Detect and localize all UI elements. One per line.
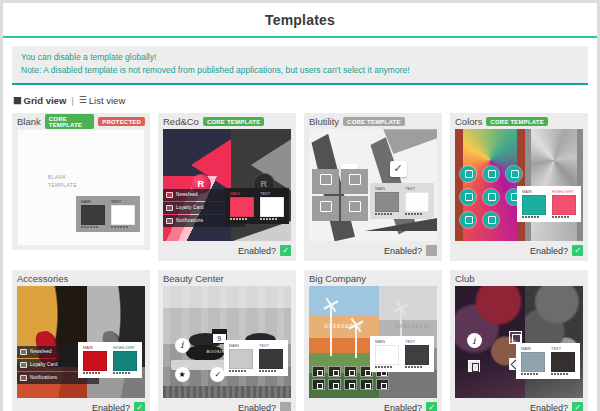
- color-swatch-text: [405, 345, 429, 365]
- swatch-panel: MAIN TEXT: [370, 336, 434, 373]
- tile-grid: [312, 169, 368, 221]
- swatch-label: TEXT: [405, 186, 429, 191]
- color-swatch-text: [260, 197, 284, 217]
- tile-catalog: [341, 196, 368, 221]
- tile-icon: [360, 379, 373, 390]
- swatch-label: HIGHLIGHT: [552, 189, 576, 194]
- template-thumbnail[interactable]: i 9 BOOKING ★ ✓ MAIN TEXT: [163, 286, 291, 398]
- enabled-label: Enabled?: [92, 403, 130, 411]
- color-swatch-main: [229, 349, 253, 369]
- core-template-badge: CORE TEMPLATE: [486, 117, 548, 126]
- enabled-label: Enabled?: [530, 246, 568, 256]
- template-card-big-company: Big Company GREENERGY GREENERGY: [304, 270, 442, 411]
- swatch-hex: [260, 218, 277, 220]
- color-swatch-highlight: [113, 351, 137, 371]
- menu-label: Notifications: [176, 218, 203, 223]
- template-thumbnail[interactable]: MAIN HIGHLIGHT: [455, 129, 583, 241]
- enabled-label: Enabled?: [238, 403, 276, 411]
- swatch-label: TEXT: [551, 346, 575, 351]
- swatch-label: MAIN: [81, 199, 105, 204]
- wind-turbine-shape: [355, 324, 357, 358]
- swatch-label: TEXT: [405, 339, 429, 344]
- swatch-hex: [551, 373, 568, 375]
- swatch-label: TEXT: [111, 199, 135, 204]
- color-swatch-main: [230, 197, 254, 217]
- loyalty-card-icon: [166, 205, 173, 211]
- template-thumbnail[interactable]: R R Newsfeed Loyalty Card Notifications …: [163, 129, 291, 241]
- swatch-label: TEXT: [260, 191, 284, 196]
- template-card-beauty-center: Beauty Center i 9 BOOKING ★ ✓ MAIN: [158, 270, 296, 411]
- tile-icon: [328, 379, 341, 390]
- swatch-label: HIGHLIGHT: [113, 345, 137, 350]
- grid-view-button[interactable]: ▦ Grid view: [13, 95, 66, 106]
- swatch-hex: [259, 370, 276, 372]
- core-template-badge: CORE TEMPLATE: [45, 114, 94, 129]
- template-name: Red&Co: [163, 116, 199, 127]
- color-swatch-main: [375, 345, 399, 365]
- star-icon: ★: [175, 367, 190, 382]
- color-swatch-text: [259, 349, 283, 369]
- swatch-label: MAIN: [230, 191, 254, 196]
- swatch-panel: MAIN TEXT: [370, 183, 434, 220]
- template-thumbnail[interactable]: GREENERGY GREENERGY: [309, 286, 437, 398]
- list-view-icon: ☰: [79, 96, 87, 105]
- swatch-highlight: HIGHLIGHT: [552, 189, 576, 219]
- core-template-badge: CORE TEMPLATE: [203, 117, 265, 126]
- check-icon: ✓: [136, 404, 143, 411]
- list-view-button[interactable]: ☰ List view: [79, 95, 126, 106]
- notifications-icon: [166, 218, 173, 224]
- enabled-checkbox[interactable]: ✓: [280, 245, 291, 256]
- menu-label: Notifications: [30, 375, 57, 380]
- enabled-checkbox[interactable]: ✓: [572, 245, 583, 256]
- swatch-label: MAIN: [83, 345, 107, 350]
- swatch-main: MAIN: [229, 343, 253, 373]
- info-icon: i: [175, 338, 190, 353]
- check-logo: ✓: [390, 161, 407, 177]
- enabled-checkbox[interactable]: ✓: [280, 402, 291, 411]
- template-thumbnail[interactable]: Newsfeed Loyalty Card Notifications MAIN…: [17, 286, 145, 398]
- card-head: Red&Co CORE TEMPLATE: [163, 113, 291, 129]
- swatch-text: TEXT: [111, 199, 135, 229]
- swatch-highlight: HIGHLIGHT: [113, 345, 137, 375]
- tile-loyalty-card: [341, 169, 368, 194]
- swatch-panel: MAIN TEXT: [224, 340, 288, 377]
- enabled-checkbox[interactable]: ✓: [134, 402, 145, 411]
- swatch-label: MAIN: [521, 346, 545, 351]
- template-name: Blank: [17, 116, 41, 127]
- enabled-label: Enabled?: [384, 246, 422, 256]
- template-card-blutility: Blutility CORE TEMPLATE ✓ ✓ TASK TRACKER: [304, 113, 442, 261]
- swatch-label: MAIN: [375, 339, 399, 344]
- circle-icon: [460, 189, 476, 205]
- swatch-hex: [521, 373, 538, 375]
- tile-notifications: [312, 196, 339, 221]
- notice-box: You can disable a template globally! Not…: [12, 46, 588, 85]
- template-thumbnail[interactable]: i MAIN TEXT: [455, 286, 583, 398]
- template-thumbnail[interactable]: ✓ ✓ TASK TRACKER MAIN: [309, 129, 437, 241]
- circle-icon: [483, 166, 499, 182]
- template-name: Big Company: [309, 273, 366, 284]
- notice-line-2: Note: A disabled template is not removed…: [21, 64, 579, 77]
- template-thumbnail[interactable]: BLANK TEMPLATE MAIN TEXT: [17, 129, 145, 246]
- template-card-colors: Colors CORE TEMPLATE M: [450, 113, 588, 261]
- swatch-hex: [405, 213, 422, 215]
- swatch-main: MAIN: [522, 189, 546, 219]
- tile-icon: [312, 366, 325, 377]
- swatch-hex: [229, 370, 246, 372]
- card-foot: Enabled? ✓: [309, 398, 437, 411]
- swatch-hex: [552, 216, 569, 218]
- enabled-checkbox[interactable]: ✓: [426, 245, 437, 256]
- enabled-label: Enabled?: [238, 246, 276, 256]
- grid-view-icon: ▦: [13, 96, 22, 105]
- enabled-checkbox[interactable]: ✓: [572, 402, 583, 411]
- view-toggle: ▦ Grid view | ☰ List view: [3, 85, 597, 113]
- card-head: Blutility CORE TEMPLATE: [309, 113, 437, 129]
- card-head: Club: [455, 270, 583, 286]
- template-card-redco: Red&Co CORE TEMPLATE R R Newsfeed Loyalt…: [158, 113, 296, 261]
- enabled-checkbox[interactable]: ✓: [426, 402, 437, 411]
- wind-turbine-shape: [330, 304, 332, 356]
- card-foot: Enabled? ✓: [455, 398, 583, 411]
- template-card-club: Club i MAIN TEXT: [450, 270, 588, 411]
- card-head: Accessories: [17, 270, 145, 286]
- swatch-panel: MAIN HIGHLIGHT: [78, 342, 142, 379]
- newsfeed-icon: [166, 192, 173, 198]
